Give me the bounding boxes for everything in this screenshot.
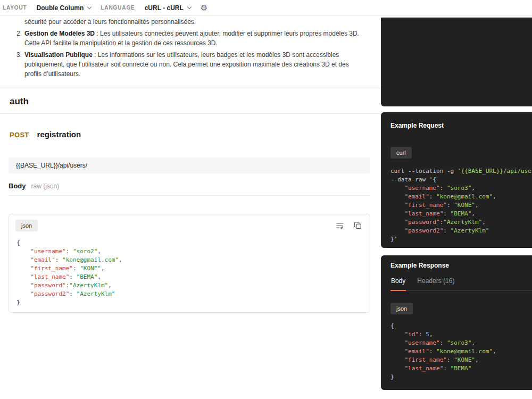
code-card-actions	[336, 221, 362, 230]
body-label: Body	[9, 182, 26, 190]
request-url: {{BASE_URL}}/api/users/	[9, 157, 370, 173]
tab-headers[interactable]: Headers (16)	[417, 276, 455, 290]
chevron-down-icon	[187, 5, 192, 9]
layout-select[interactable]: Double Column	[37, 4, 92, 12]
example-request-panel: Example Request curl curl --location -g …	[381, 112, 532, 248]
example-response-title: Example Response	[390, 262, 532, 270]
intro-text-fragment: sécurité pour accéder à leurs fonctionna…	[24, 17, 370, 27]
request-section: POST registration {{BASE_URL}}/api/users…	[0, 130, 381, 313]
previous-example-block	[381, 18, 532, 106]
language-select[interactable]: cURL - cURL	[145, 4, 191, 12]
divider	[0, 113, 381, 114]
code-card-header: json	[9, 214, 370, 236]
divider	[9, 195, 370, 196]
gear-icon[interactable]: ⚙	[201, 4, 207, 12]
list-item-title: Visualisation Publique	[24, 51, 93, 59]
language-select-value: cURL - cURL	[145, 4, 184, 12]
example-response-panel: Example Response Body Headers (16) json …	[381, 255, 532, 390]
http-method-badge: POST	[10, 131, 29, 139]
list-item-number: 2.	[16, 29, 24, 48]
example-column: Example Request curl curl --location -g …	[381, 16, 532, 398]
layout-select-value: Double Column	[37, 4, 84, 12]
body-mode: raw (json)	[31, 182, 60, 190]
example-response-code: { "id": 5, "username": "soro3", "email":…	[390, 322, 532, 381]
feature-list: 2. Gestion de Modèles 3D : Les utilisate…	[0, 29, 381, 79]
api-docs-page: LAYOUT Double Column LANGUAGE cURL - cUR…	[0, 0, 532, 399]
tab-body[interactable]: Body	[390, 276, 406, 291]
body-mode-row: Body raw (json)	[9, 182, 381, 190]
toolbar: LAYOUT Double Column LANGUAGE cURL - cUR…	[0, 0, 532, 16]
list-item: 2. Gestion de Modèles 3D : Les utilisate…	[0, 29, 381, 48]
language-chip: json	[15, 220, 38, 231]
example-request-title: Example Request	[390, 122, 532, 130]
response-tabs: Body Headers (16)	[390, 276, 532, 291]
request-name: registration	[37, 130, 81, 139]
language-chip: json	[390, 303, 413, 314]
list-item: 3. Visualisation Publique : Les informat…	[0, 50, 381, 79]
wrap-text-icon[interactable]	[336, 221, 344, 230]
list-item-text: Visualisation Publique : Les information…	[24, 50, 367, 79]
list-item-text: Gestion de Modèles 3D : Les utilisateurs…	[24, 29, 367, 48]
layout-label: LAYOUT	[3, 5, 27, 11]
request-header: POST registration	[10, 130, 381, 140]
copy-icon[interactable]	[354, 221, 362, 230]
content-area: sécurité pour accéder à leurs fonctionna…	[0, 16, 532, 398]
chevron-down-icon	[87, 5, 92, 9]
section-title: auth	[0, 88, 381, 113]
request-body-card: json { "username": "soro2", "email":	[9, 214, 370, 313]
example-request-code: curl --location -g '{{BASE_URL}}/api/use…	[390, 167, 532, 244]
list-item-title: Gestion de Modèles 3D	[24, 30, 95, 37]
request-body-code: { "username": "soro2", "email": "kone@gm…	[9, 236, 370, 307]
list-item-number: 3.	[16, 50, 24, 79]
language-label: LANGUAGE	[101, 5, 135, 11]
documentation-column: sécurité pour accéder à leurs fonctionna…	[0, 16, 381, 398]
language-chip: curl	[390, 147, 412, 159]
